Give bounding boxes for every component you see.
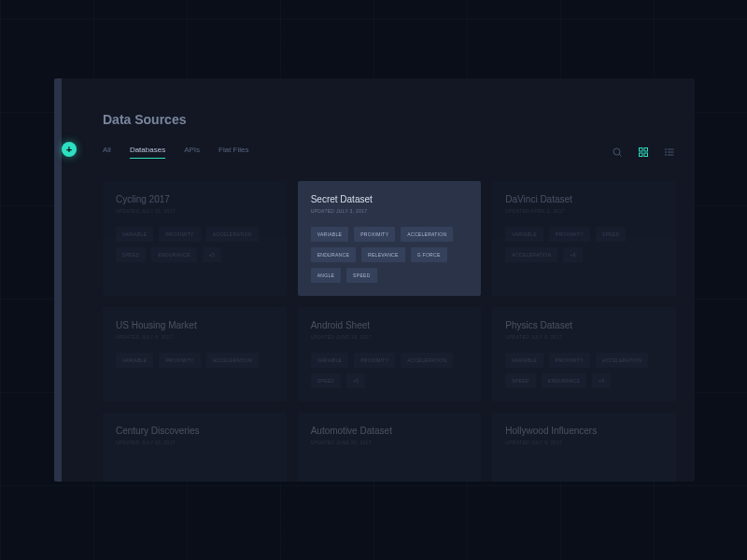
svg-line-1	[619, 154, 621, 156]
svg-point-11	[666, 155, 667, 156]
card-title: Physics Dataset	[505, 320, 663, 330]
dataset-card[interactable]: Century DiscoveriesUPDATED JULY 15, 2017	[103, 413, 287, 482]
tag-row: VARIABLEPROXIMITYACCELERATIONENDURANCERE…	[311, 227, 469, 283]
dataset-card[interactable]: Secret DatasetUPDATED JULY 3, 2017VARIAB…	[298, 181, 482, 296]
tag[interactable]: +5	[592, 373, 611, 388]
sidebar-accent	[54, 78, 62, 482]
tab-databases[interactable]: Databases	[130, 146, 165, 159]
main-panel: Data Sources + AllDatabasesAPIsFlat File…	[54, 78, 695, 482]
svg-rect-2	[640, 148, 643, 152]
tag-row: VARIABLEPROXIMITYACCELERATIONSPEEDENDURA…	[116, 227, 274, 262]
grid-view-icon[interactable]	[637, 146, 650, 159]
tag[interactable]: SPEED	[116, 247, 146, 262]
page-title: Data Sources	[103, 78, 676, 127]
tag[interactable]: VARIABLE	[505, 353, 543, 368]
tag[interactable]: ACCELERATION	[505, 247, 557, 262]
tab-flat-files[interactable]: Flat Files	[218, 146, 248, 159]
tag[interactable]: VARIABLE	[311, 227, 348, 242]
tag[interactable]: ENDURANCE	[311, 247, 356, 262]
tag[interactable]: PROXIMITY	[549, 227, 590, 242]
card-updated: UPDATED JUNE 19, 2017	[311, 334, 469, 340]
tag[interactable]: SPEED	[311, 373, 341, 388]
card-updated: UPDATED JULY 15, 2017	[116, 208, 274, 214]
cards-grid: Cycling 2017UPDATED JULY 15, 2017VARIABL…	[103, 181, 676, 482]
tag[interactable]: PROXIMITY	[159, 227, 200, 242]
card-title: US Housing Market	[116, 320, 274, 330]
svg-point-10	[666, 152, 667, 153]
filter-tabs: AllDatabasesAPIsFlat Files	[103, 146, 249, 159]
card-title: Secret Dataset	[311, 194, 469, 204]
tag-row: VARIABLEPROXIMITYACCELERATION	[116, 353, 274, 368]
add-button[interactable]: +	[62, 142, 77, 157]
card-title: Hollywood Influencers	[505, 426, 663, 436]
dataset-card[interactable]: Android SheetUPDATED JUNE 19, 2017VARIAB…	[298, 307, 482, 401]
svg-point-9	[666, 149, 667, 150]
card-updated: UPDATED JULY 3, 2017	[311, 208, 469, 214]
tag-row: VARIABLEPROXIMITYACCELERATIONSPEED+5	[311, 353, 469, 388]
tag[interactable]: PROXIMITY	[354, 353, 395, 368]
tag[interactable]: G FORCE	[411, 247, 447, 262]
tag[interactable]: VARIABLE	[311, 353, 348, 368]
tag[interactable]: ACCELERATION	[401, 227, 453, 242]
tag[interactable]: SPEED	[505, 373, 535, 388]
toolbar: + AllDatabasesAPIsFlat Files	[103, 146, 676, 159]
card-updated: UPDATED JULY 15, 2017	[116, 440, 274, 445]
svg-rect-3	[644, 148, 648, 152]
list-view-icon[interactable]	[663, 146, 676, 159]
dataset-card[interactable]: Automotive DatasetUPDATED JUNE 26, 2017	[298, 413, 482, 482]
card-updated: UPDATED JULY 9, 2017	[116, 334, 274, 340]
toolbar-right	[611, 146, 676, 159]
tag[interactable]: +5	[346, 373, 365, 388]
search-icon[interactable]	[611, 146, 624, 159]
tag[interactable]: VARIABLE	[116, 353, 153, 368]
tag[interactable]: VARIABLE	[116, 227, 153, 242]
svg-rect-4	[640, 153, 643, 157]
tag[interactable]: ENDURANCE	[542, 373, 586, 388]
tab-apis[interactable]: APIs	[184, 146, 200, 159]
card-title: DaVinci Dataset	[505, 194, 663, 204]
dataset-card[interactable]: Physics DatasetUPDATED JULY 9, 2017VARIA…	[492, 307, 676, 401]
tag-row: VARIABLEPROXIMITYACCELERATIONSPEEDENDURA…	[505, 353, 663, 388]
card-updated: UPDATED JULY 9, 2017	[505, 334, 663, 340]
content-area: Data Sources + AllDatabasesAPIsFlat File…	[103, 78, 676, 482]
card-title: Cycling 2017	[116, 194, 274, 204]
tag[interactable]: PROXIMITY	[549, 353, 590, 368]
svg-point-0	[613, 148, 620, 155]
tag-row: VARIABLEPROXIMITYSPEEDACCELERATION+9	[505, 227, 663, 262]
card-updated: UPDATED JUNE 26, 2017	[311, 440, 469, 445]
tag[interactable]: ANGLE	[311, 268, 341, 283]
tag[interactable]: +9	[563, 247, 582, 262]
tag[interactable]: +5	[203, 247, 221, 262]
tag[interactable]: PROXIMITY	[159, 353, 200, 368]
tag[interactable]: ENDURANCE	[151, 247, 196, 262]
tag[interactable]: ACCELERATION	[206, 227, 259, 242]
dataset-card[interactable]: US Housing MarketUPDATED JULY 9, 2017VAR…	[103, 307, 287, 401]
tab-all[interactable]: All	[103, 146, 111, 159]
tag[interactable]: ACCELERATION	[596, 353, 648, 368]
tag[interactable]: ACCELERATION	[401, 353, 453, 368]
dataset-card[interactable]: DaVinci DatasetUPDATED APRIL 2, 2017VARI…	[492, 181, 676, 296]
tag[interactable]: RELEVANCE	[361, 247, 405, 262]
card-title: Century Discoveries	[116, 426, 274, 436]
card-title: Automotive Dataset	[311, 426, 469, 436]
tag[interactable]: PROXIMITY	[354, 227, 395, 242]
tag[interactable]: ACCELERATION	[206, 353, 259, 368]
svg-rect-5	[644, 153, 648, 157]
tag[interactable]: SPEED	[596, 227, 626, 242]
tag[interactable]: VARIABLE	[505, 227, 543, 242]
card-updated: UPDATED JULY 9, 2017	[505, 440, 663, 445]
plus-icon: +	[66, 144, 72, 155]
card-updated: UPDATED APRIL 2, 2017	[505, 208, 663, 214]
dataset-card[interactable]: Hollywood InfluencersUPDATED JULY 9, 201…	[492, 413, 676, 482]
dataset-card[interactable]: Cycling 2017UPDATED JULY 15, 2017VARIABL…	[103, 181, 287, 296]
tag[interactable]: SPEED	[346, 268, 376, 283]
card-title: Android Sheet	[311, 320, 469, 330]
